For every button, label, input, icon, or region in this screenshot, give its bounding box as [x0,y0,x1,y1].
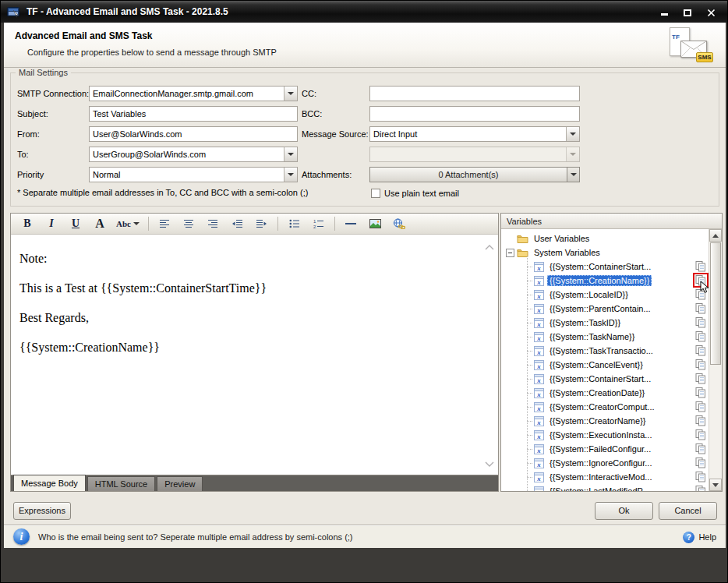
font-button[interactable]: A [88,216,111,232]
message-source-dropdown-button[interactable] [566,127,579,141]
copy-variable-button[interactable] [694,330,707,342]
collapse-icon[interactable] [506,249,514,257]
priority-label: Priority [17,167,44,182]
bcc-label: BCC: [302,106,322,122]
smtp-connection-value: EmailConnectionManager.smtp.gmail.com [90,87,284,101]
editor-tab[interactable]: Message Body [13,475,86,491]
variable-icon: x [534,444,544,454]
align-left-button[interactable] [153,216,176,232]
scroll-down-icon[interactable] [485,456,494,470]
copy-variable-button[interactable] [694,344,707,356]
variable-icon: x [534,458,544,468]
message-source-combobox[interactable]: Direct Input [369,126,580,142]
variable-row[interactable]: x {{System::TaskID}} [501,316,709,330]
copy-variable-button[interactable] [694,471,707,482]
editor-tab[interactable]: Preview [157,476,203,491]
variable-row[interactable]: x {{System::FailedConfigur... [501,442,709,456]
insert-image-button[interactable] [363,216,387,232]
tree-item-user-variables[interactable]: User Variables [501,231,709,246]
copy-variable-button[interactable] [694,387,707,398]
bold-button[interactable]: B [16,216,39,232]
variable-row[interactable]: x {{System::ParentContain... [501,302,709,316]
chevron-down-icon [570,132,576,136]
subject-input[interactable]: Test Variables [89,106,298,122]
variable-row[interactable]: x {{System::CreationDate}} [501,386,709,400]
indent-button[interactable] [249,216,273,232]
variable-row[interactable]: x {{System::ContainerStart... [501,260,709,274]
message-body-editor[interactable]: Note: This is a Test at {{System::Contai… [11,235,498,475]
attachments-dropdown-button[interactable] [567,168,579,182]
variable-row[interactable]: x {{System::LastModifiedP... [501,484,709,491]
priority-dropdown-button[interactable] [284,168,297,182]
copy-variable-button[interactable] [694,373,707,384]
variable-row[interactable]: x {{System::LocaleID}} [501,288,709,302]
copy-icon [695,458,706,468]
minimize-button[interactable] [659,6,670,17]
bcc-input[interactable] [369,106,580,122]
variable-icon: x [534,402,544,412]
close-icon [707,9,716,17]
variable-row[interactable]: x {{System::ExecutionInsta... [501,428,709,442]
scroll-down-button[interactable] [709,479,722,491]
numbered-list-button[interactable]: 12 [306,216,330,232]
minimize-icon [661,13,668,16]
folder-label: System Variables [532,247,603,258]
horizontal-rule-button[interactable] [339,216,362,232]
editor-tab[interactable]: HTML Source [87,476,155,491]
variable-row[interactable]: x {{System::TaskTransactio... [501,344,709,358]
variable-row[interactable]: x {{System::TaskName}} [501,330,709,344]
variable-row[interactable]: x {{System::CreationName}} [501,274,709,288]
copy-variable-button[interactable] [694,429,707,440]
scroll-up-button[interactable] [709,229,722,242]
svg-text:x: x [536,475,541,482]
scroll-up-icon[interactable] [485,239,494,253]
expressions-button[interactable]: Expressions [13,502,71,520]
cc-input[interactable] [369,86,580,101]
editor-tab-label: HTML Source [95,479,147,489]
copy-variable-button[interactable] [694,359,707,370]
insert-hyperlink-button[interactable] [387,216,411,232]
maximize-button[interactable] [682,6,693,17]
variable-row[interactable]: x {{System::IgnoreConfigur... [501,456,709,470]
align-right-button[interactable] [201,216,224,232]
copy-variable-button[interactable] [694,302,707,314]
scrollbar-thumb[interactable] [710,242,721,365]
copy-variable-button[interactable] [694,316,707,328]
copy-variable-button[interactable] [694,457,707,468]
close-button[interactable] [705,6,716,17]
checkbox-box[interactable] [371,189,380,198]
font-color-button[interactable]: Abc [112,216,143,232]
smtp-dropdown-button[interactable] [284,87,297,101]
copy-variable-button[interactable] [694,274,707,286]
to-dropdown-button[interactable] [284,147,297,161]
smtp-connection-combobox[interactable]: EmailConnectionManager.smtp.gmail.com [89,86,298,101]
variable-row[interactable]: x {{System::ContainerStart... [501,372,709,386]
variables-scrollbar[interactable] [709,229,722,491]
copy-variable-button[interactable] [694,485,707,491]
plain-text-checkbox[interactable]: Use plain text email [371,189,459,198]
maximize-icon [684,9,691,16]
variable-row[interactable]: x {{System::CreatorName}} [501,414,709,428]
copy-variable-button[interactable] [694,443,707,454]
align-center-button[interactable] [177,216,200,232]
window-title: TF - Advanced Email and SMS Task - 2021.… [27,6,659,17]
priority-combobox[interactable]: Normal [89,167,298,182]
from-input[interactable]: User@SolarWinds.com [89,126,298,142]
variable-row[interactable]: x {{System::InteractiveMod... [501,470,709,484]
copy-variable-button[interactable] [694,401,707,412]
bullet-list-button[interactable] [282,216,306,232]
italic-button[interactable]: I [40,216,63,232]
help-button[interactable]: Help [683,525,716,549]
attachments-button[interactable]: 0 Attachment(s) [369,167,580,182]
variable-row[interactable]: x {{System::CancelEvent}} [501,358,709,372]
to-combobox[interactable]: UserGroup@SolarWinds.com [89,147,298,162]
ok-button[interactable]: Ok [595,502,653,520]
copy-variable-button[interactable] [694,415,707,426]
editor-tabs: Message BodyHTML SourcePreview [11,475,498,491]
underline-button[interactable]: U [64,216,87,232]
tree-item-system-variables[interactable]: System Variables [501,246,709,260]
variable-row[interactable]: x {{System::CreatorComput... [501,400,709,414]
outdent-button[interactable] [225,216,249,232]
cancel-button[interactable]: Cancel [659,502,717,520]
copy-variable-button[interactable] [694,260,707,272]
